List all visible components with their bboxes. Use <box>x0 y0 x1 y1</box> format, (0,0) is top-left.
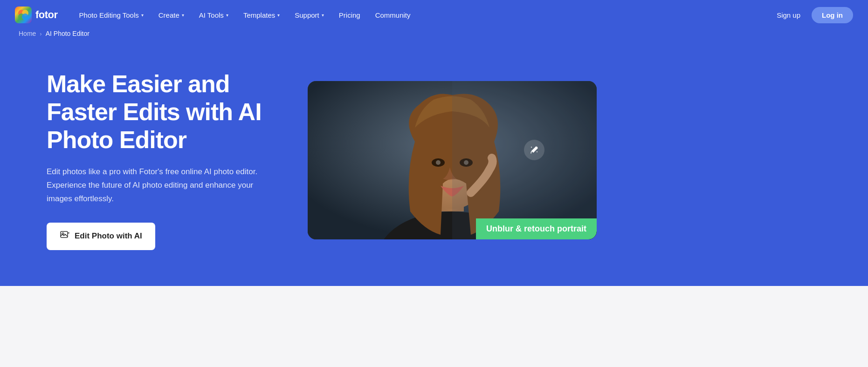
nav-items: Photo Editing Tools ▾ Create ▾ AI Tools … <box>73 7 768 23</box>
chevron-down-icon: ▾ <box>226 13 228 18</box>
hero-image-container: Unblur & retouch portrait <box>308 81 597 239</box>
logo-link[interactable]: fotor <box>15 7 58 23</box>
svg-point-16 <box>531 147 532 148</box>
edit-photo-icon <box>60 230 70 243</box>
logo-text: fotor <box>35 9 58 21</box>
bottom-section <box>0 286 868 367</box>
breadcrumb-current: AI Photo Editor <box>46 30 90 37</box>
unblur-badge: Unblur & retouch portrait <box>476 218 597 239</box>
signup-button[interactable]: Sign up <box>771 7 806 23</box>
navbar: fotor Photo Editing Tools ▾ Create ▾ AI … <box>0 0 868 30</box>
chevron-down-icon: ▾ <box>182 13 184 18</box>
chevron-down-icon: ▾ <box>141 13 144 18</box>
nav-item-templates[interactable]: Templates ▾ <box>237 7 286 23</box>
svg-rect-14 <box>452 81 597 239</box>
hero-image-bg: Unblur & retouch portrait <box>308 81 597 239</box>
breadcrumb-home[interactable]: Home <box>19 30 36 37</box>
magic-wand-icon <box>524 140 544 160</box>
logo-icon <box>15 7 32 23</box>
nav-item-ai-tools[interactable]: AI Tools ▾ <box>193 7 235 23</box>
hero-section: Make Easier and Faster Edits with AI Pho… <box>0 44 868 286</box>
hero-title: Make Easier and Faster Edits with AI Pho… <box>47 70 280 154</box>
edit-photo-button[interactable]: Edit Photo with AI <box>47 223 155 250</box>
svg-point-12 <box>436 160 441 165</box>
chevron-down-icon: ▾ <box>322 13 324 18</box>
chevron-down-icon: ▾ <box>277 13 280 18</box>
nav-item-pricing[interactable]: Pricing <box>332 7 367 23</box>
breadcrumb: Home › AI Photo Editor <box>0 30 868 44</box>
hero-description: Edit photos like a pro with Fotor's free… <box>47 165 280 206</box>
nav-auth: Sign up Log in <box>771 7 853 23</box>
svg-point-15 <box>537 147 537 148</box>
svg-point-17 <box>537 151 537 152</box>
svg-rect-4 <box>61 231 68 238</box>
nav-item-support[interactable]: Support ▾ <box>288 7 331 23</box>
nav-item-community[interactable]: Community <box>369 7 417 23</box>
breadcrumb-separator: › <box>40 30 41 37</box>
hero-content: Make Easier and Faster Edits with AI Pho… <box>47 70 280 250</box>
svg-point-3 <box>22 14 28 20</box>
nav-item-create[interactable]: Create ▾ <box>152 7 191 23</box>
nav-item-photo-editing-tools[interactable]: Photo Editing Tools ▾ <box>73 7 150 23</box>
login-button[interactable]: Log in <box>812 7 853 23</box>
